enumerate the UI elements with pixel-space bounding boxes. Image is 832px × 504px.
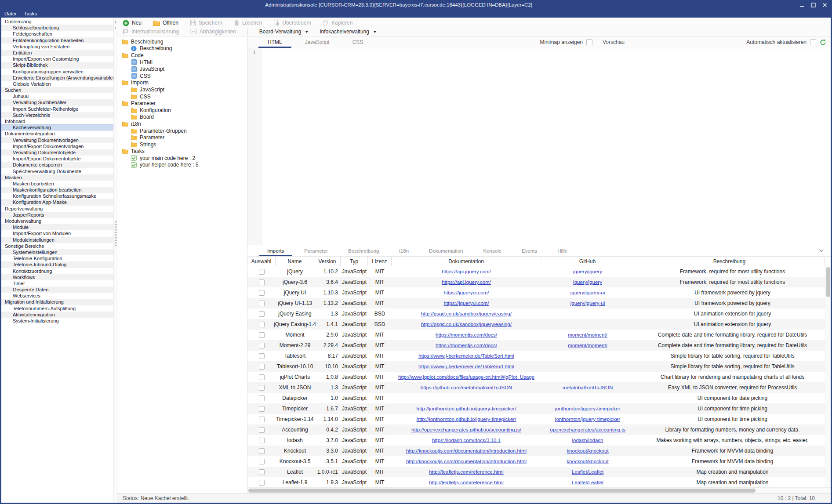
github-link[interactable]: Leaflet/Leaflet: [572, 469, 603, 475]
tree-item[interactable]: CSS: [117, 73, 247, 80]
sidebar-item[interactable]: Skript-Bibliothek: [1, 62, 113, 68]
table-row[interactable]: lodash3.7.0JavaScriptMIThttps://lodash.c…: [247, 435, 831, 446]
github-link[interactable]: metatribal/xmlToJSON: [563, 385, 613, 390]
sidebar-item[interactable]: Telefonnummern-Aufsplittung: [1, 305, 113, 312]
sidebar-item[interactable]: Entitäten: [1, 50, 113, 56]
documentation-link[interactable]: http://knockoutjs.com/documentation/intr…: [406, 448, 527, 453]
splitter-grip[interactable]: [114, 221, 117, 246]
github-link[interactable]: moment/moment/: [568, 332, 607, 337]
sidebar-item[interactable]: Masken: [1, 174, 113, 181]
table-row[interactable]: Moment2.9.0JavaScriptMIThttps://momentjs…: [247, 330, 831, 340]
details-tab-i18n[interactable]: i18n: [389, 245, 419, 256]
details-tab-dokumentation[interactable]: Dokumentation: [419, 245, 473, 256]
github-link[interactable]: jonthornton/jquery-timepicker: [555, 406, 620, 411]
sidebar-splitter[interactable]: ‹ ›: [113, 18, 117, 503]
sidebar-item[interactable]: Import/Export von Customizing: [1, 56, 113, 62]
details-tab-beschreibung[interactable]: Beschreibung: [338, 245, 389, 256]
menu-tasks[interactable]: Tasks: [24, 11, 37, 16]
sidebar-item[interactable]: Import/Export Dokumentobjekte: [1, 156, 113, 162]
collapse-left-icon[interactable]: ‹: [115, 19, 116, 25]
row-checkbox[interactable]: [259, 332, 265, 338]
github-link[interactable]: jquery/jquery: [573, 279, 602, 285]
sidebar-item[interactable]: Verwaltung Dokumentvorlagen: [1, 137, 113, 143]
row-checkbox[interactable]: [259, 353, 265, 359]
maximize-button[interactable]: [807, 0, 819, 9]
tree-item[interactable]: Strings: [117, 141, 247, 148]
tree-item[interactable]: Board: [117, 114, 247, 121]
documentation-link[interactable]: http://www.jqplot.com/docs/files/usage-t…: [398, 374, 534, 380]
sidebar-item[interactable]: Konfiguration Schnellerfassungsmaske: [1, 193, 113, 199]
row-checkbox[interactable]: [259, 374, 265, 380]
sidebar-item[interactable]: Konfiguration App-Maske: [1, 199, 113, 205]
github-link[interactable]: lodash/lodash: [572, 438, 603, 443]
row-checkbox[interactable]: [259, 301, 265, 306]
row-checkbox[interactable]: [259, 395, 265, 401]
tree-item[interactable]: HTML: [117, 59, 247, 66]
details-tab-parameter[interactable]: Parameter: [294, 245, 338, 256]
documentation-link[interactable]: http://gsgd.co.uk/sandbox/jquery/easing/: [421, 322, 512, 327]
table-row[interactable]: Leaflet-1.91.9.3JavaScriptMIThttp://leaf…: [247, 477, 831, 487]
-bersteuern-button[interactable]: Übersteuern: [273, 20, 311, 26]
kopieren-button[interactable]: Kopieren: [323, 20, 352, 26]
menu-datei[interactable]: Datei: [4, 11, 16, 16]
sidebar-item[interactable]: Workflows: [1, 274, 113, 280]
tree-item[interactable]: your helper code here : 5: [117, 162, 247, 169]
table-row[interactable]: Moment-2.292.29.4JavaScriptMIThttps://mo…: [247, 340, 831, 351]
sidebar-item[interactable]: Telefonie-Konfiguration: [1, 255, 113, 261]
table-row[interactable]: jQuery Easing1.3JavaScriptBSDhttp://gsgd…: [247, 308, 831, 319]
documentation-link[interactable]: https://github.com/metatribal/xmlToJSON: [421, 385, 512, 390]
tree-item[interactable]: JavaScript: [117, 65, 247, 73]
table-row[interactable]: Datepicker1.0JavaScriptMITUI component f…: [247, 393, 831, 403]
row-checkbox[interactable]: [259, 364, 265, 370]
sidebar-item[interactable]: Verwaltung Dokumentobjekte: [1, 149, 113, 156]
row-checkbox[interactable]: [259, 417, 265, 422]
row-checkbox[interactable]: [259, 279, 265, 285]
github-link[interactable]: Leaflet/Leaflet: [572, 480, 603, 485]
table-row[interactable]: Leaflet1.0.0-rc1JavaScriptMIThttp://leaf…: [247, 467, 831, 477]
row-checkbox[interactable]: [259, 269, 265, 275]
sidebar-item[interactable]: Import Suchfelder-Reihenfolge: [1, 106, 113, 112]
sidebar-item[interactable]: Verknüpfung von Entitäten: [1, 44, 113, 50]
github-link[interactable]: knockout/knockout: [567, 459, 608, 464]
minimize-button[interactable]: [796, 0, 807, 9]
speichern-button[interactable]: Speichern: [190, 20, 222, 26]
documentation-link[interactable]: https://api.jquery.com/: [442, 279, 491, 285]
abh-ngigkeiten-button[interactable]: Abhängigkeiten: [190, 29, 236, 35]
table-row[interactable]: jQuery Easing-1.41.4.1JavaScriptBSDhttp:…: [247, 319, 831, 330]
sidebar-item[interactable]: Erweiterte Einstellungen (Anwendungsvari…: [1, 75, 113, 81]
row-checkbox[interactable]: [259, 438, 265, 443]
sidebar-item[interactable]: Modulverwaltung: [1, 218, 113, 224]
refresh-icon[interactable]: [820, 39, 826, 46]
sidebar-item[interactable]: Import/Export von Modulen: [1, 230, 113, 236]
vertical-scroll-thumb[interactable]: [826, 267, 830, 297]
table-vertical-scrollbar[interactable]: [825, 266, 831, 487]
documentation-link[interactable]: http://leafletjs.com/reference.html: [429, 469, 503, 475]
github-link[interactable]: moment/moment/: [568, 343, 607, 348]
table-row[interactable]: Tablesort-10.1010.10JavaScriptMIThttps:/…: [247, 361, 831, 372]
tree-item[interactable]: Parameter: [117, 134, 247, 141]
sidebar-item[interactable]: Customizing: [1, 18, 113, 25]
close-button[interactable]: [819, 0, 830, 9]
table-row[interactable]: jQuery UI-1.131.13.2JavaScriptMIThttps:/…: [247, 298, 831, 308]
tree-item[interactable]: Parameter: [117, 100, 247, 107]
row-checkbox[interactable]: [259, 343, 265, 348]
documentation-link[interactable]: http://openexchangerates.github.io/accou…: [411, 427, 521, 432]
panel-collapse-icon[interactable]: [819, 245, 831, 256]
sidebar-item[interactable]: JasperReports: [1, 212, 113, 218]
row-checkbox[interactable]: [259, 290, 265, 296]
documentation-link[interactable]: http://gsgd.co.uk/sandbox/jquery/easing/: [421, 311, 512, 316]
neu-button[interactable]: Neu: [123, 20, 142, 26]
editor-tab-javascript[interactable]: JavaScript: [294, 36, 341, 48]
row-checkbox[interactable]: [259, 459, 265, 464]
sidebar-item[interactable]: Such-Verzeichnis: [1, 112, 113, 118]
documentation-link[interactable]: http://jonthornton.github.io/jquery-time…: [417, 417, 516, 422]
table-row[interactable]: jQuery1.10.2JavaScriptMIThttps://api.jqu…: [247, 266, 831, 277]
sidebar-item[interactable]: Juhuuu: [1, 93, 113, 99]
tree-item[interactable]: your main code here : 2: [117, 155, 247, 162]
sidebar-item[interactable]: Infoboard: [1, 118, 113, 124]
row-checkbox[interactable]: [259, 480, 265, 486]
horizontal-scroll-thumb[interactable]: [248, 489, 756, 493]
sidebar-item[interactable]: Dokumente entsperren: [1, 162, 113, 168]
row-checkbox[interactable]: [259, 311, 265, 317]
github-link[interactable]: jquery/jquery: [573, 269, 602, 274]
